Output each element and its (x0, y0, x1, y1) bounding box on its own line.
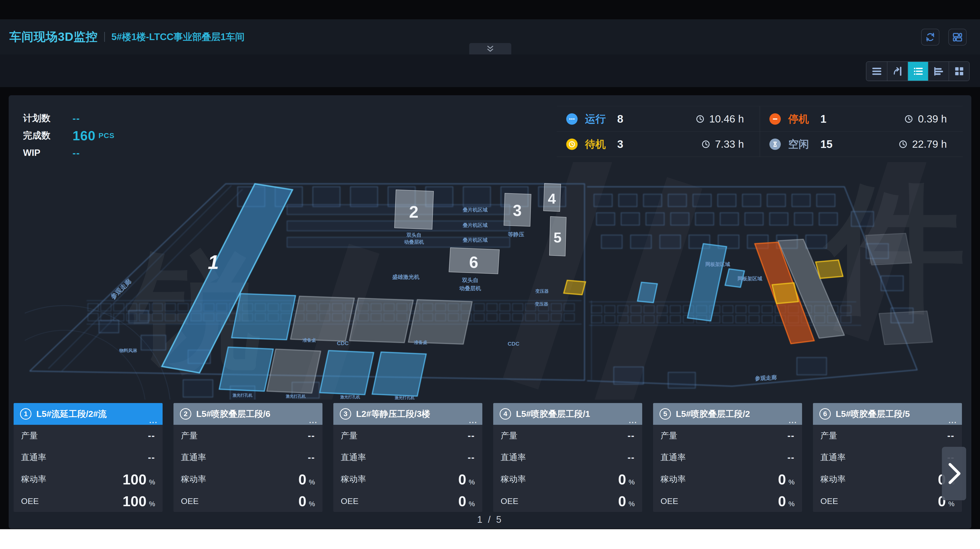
metric-unit: % (789, 500, 795, 508)
card-header[interactable]: 3L2#等静压工段/3楼... (333, 403, 482, 425)
card-body: 产量--直通率--稼动率0%OEE0% (653, 425, 802, 512)
machine-status-block[interactable] (564, 280, 585, 294)
machine-status-block[interactable] (638, 282, 657, 302)
view-bars-button[interactable] (928, 62, 948, 81)
map-label: 准备桌 (414, 340, 427, 345)
map-marker-1[interactable]: 1 (208, 251, 219, 273)
dashboard-root: 车间现场3D监控 5#楼1楼-LTCC事业部叠层1车间 计划数--完成数160P… (0, 0, 980, 529)
bars-icon (933, 65, 944, 77)
card-metric-row: 直通率-- (21, 447, 155, 468)
card-header[interactable]: 6L5#喷胶叠层工段/5... (813, 403, 962, 425)
machine-status-block[interactable] (350, 298, 413, 343)
card-metric-row: 产量-- (660, 425, 795, 447)
card-header[interactable]: 2L5#喷胶叠层工段/6... (173, 403, 323, 425)
map-marker-5[interactable]: 5 (549, 216, 566, 256)
section-card-4[interactable]: 4L5#喷胶叠层工段/1...产量--直通率--稼动率0%OEE0% (493, 403, 642, 512)
map-marker-3[interactable]: 3 (504, 193, 531, 226)
card-header[interactable]: 1L5#流延工段/2#流... (14, 403, 162, 425)
card-body: 产量--直通率--稼动率0%OEE0% (333, 425, 482, 512)
card-number-badge: 2 (180, 408, 191, 420)
workshop-breadcrumb[interactable]: 5#楼1楼-LTCC事业部叠层1车间 (111, 31, 245, 43)
summary-value: -- (73, 148, 80, 159)
machine-status-block[interactable] (267, 349, 321, 393)
card-header[interactable]: 4L5#喷胶叠层工段/1... (493, 403, 642, 425)
header-actions (921, 29, 967, 46)
clock-icon (898, 140, 908, 149)
metric-label: 稼动率 (820, 474, 846, 485)
card-metric-row: 直通率-- (501, 447, 635, 468)
machine-status-block[interactable] (687, 244, 727, 321)
view-export-button[interactable] (887, 62, 907, 81)
metric-value: -- (468, 452, 475, 463)
metric-value: -- (628, 431, 635, 441)
machine-status-block[interactable] (865, 233, 912, 265)
map-marker-6[interactable]: 6 (449, 248, 500, 274)
metric-label: 稼动率 (341, 474, 366, 485)
machine-status-block[interactable] (879, 311, 932, 345)
card-number-badge: 1 (20, 408, 32, 420)
standby-clock-icon (566, 138, 578, 150)
running-dots-icon (568, 115, 576, 123)
status-left: 停机1 (769, 112, 826, 126)
layout-button[interactable] (948, 29, 967, 46)
section-card-5[interactable]: 5L5#喷胶叠层工段/2...产量--直通率--稼动率0%OEE0% (653, 403, 802, 512)
map-marker-number: 1 (208, 251, 219, 273)
map-label: 双头自 (462, 277, 478, 283)
map-marker-4[interactable]: 4 (544, 183, 561, 212)
card-title-ellipsis: ... (149, 416, 158, 425)
map-marker-2[interactable]: 2 (395, 190, 434, 229)
collapse-panel-tab[interactable] (469, 43, 511, 54)
machine-status-block[interactable] (816, 260, 843, 278)
card-metric-row: 稼动率100% (21, 468, 155, 490)
refresh-button[interactable] (921, 29, 939, 46)
section-card-2[interactable]: 2L5#喷胶叠层工段/6...产量--直通率--稼动率0%OEE0% (173, 403, 323, 512)
machine-status-block[interactable] (372, 352, 426, 396)
carousel-pagination: 1 / 5 (9, 514, 971, 525)
summary-label: 完成数 (23, 129, 73, 142)
status-hours: 0.39 h (918, 113, 947, 125)
metric-unit: % (948, 500, 955, 508)
card-header[interactable]: 5L5#喷胶叠层工段/2... (653, 403, 802, 425)
machine-status-block[interactable] (772, 283, 799, 304)
status-left: 空闲15 (769, 137, 832, 151)
metric-value: -- (308, 431, 315, 441)
card-metric-row: OEE0% (181, 490, 315, 512)
metric-value: 100 (123, 493, 146, 509)
metric-value: 0 (458, 471, 466, 488)
clock-icon (701, 140, 711, 149)
view-list-button[interactable] (907, 62, 928, 81)
floorplan-3d-map[interactable]: 锐件123456参观走廊参观走廊CDCCDC准备桌准备桌物料风淋变压器变压器等静… (25, 162, 965, 399)
metric-value: 0 (458, 493, 466, 509)
carousel-next-button[interactable] (942, 447, 966, 500)
card-title: L5#喷胶叠层工段/6 (196, 408, 270, 420)
status-count: 3 (617, 138, 623, 150)
machine-status-block[interactable] (291, 296, 355, 341)
section-card-1[interactable]: 1L5#流延工段/2#流...产量--直通率--稼动率100%OEE100% (14, 403, 162, 512)
card-title-ellipsis: ... (948, 416, 957, 425)
machine-status-block[interactable] (232, 294, 296, 340)
machine-status-block[interactable] (320, 350, 374, 395)
metric-label: 稼动率 (181, 474, 206, 485)
card-metric-row: 产量-- (181, 425, 315, 447)
machine-status-block[interactable] (408, 300, 472, 344)
card-metric-row: OEE0% (660, 490, 795, 512)
metric-value: -- (148, 431, 155, 441)
metric-value: 0 (618, 471, 626, 488)
view-toolbar-row (0, 54, 980, 87)
section-card-3[interactable]: 3L2#等静压工段/3楼...产量--直通率--稼动率0%OEE0% (333, 403, 482, 512)
stop-minus-icon (771, 115, 779, 123)
metric-value: 0 (299, 471, 306, 488)
map-label: 参观走廊 (109, 278, 133, 301)
view-menu-button[interactable] (866, 62, 887, 81)
section-card-6[interactable]: 6L5#喷胶叠层工段/5...产量--直通率--稼动率0%OEE0% (813, 403, 962, 512)
page: 车间现场3D监控 5#楼1楼-LTCC事业部叠层1车间 计划数--完成数160P… (0, 0, 980, 549)
metric-value: -- (148, 452, 155, 463)
page-title: 车间现场3D监控 (10, 29, 98, 45)
card-title: L5#流延工段/2#流 (37, 408, 107, 420)
layout-icon (952, 32, 963, 43)
machine-status-block[interactable] (219, 347, 273, 391)
map-label: CDC (508, 341, 519, 347)
metric-label: 直通率 (501, 452, 526, 463)
status-cell-运行: 运行810.46 h (557, 107, 760, 131)
view-grid-button[interactable] (948, 62, 969, 81)
